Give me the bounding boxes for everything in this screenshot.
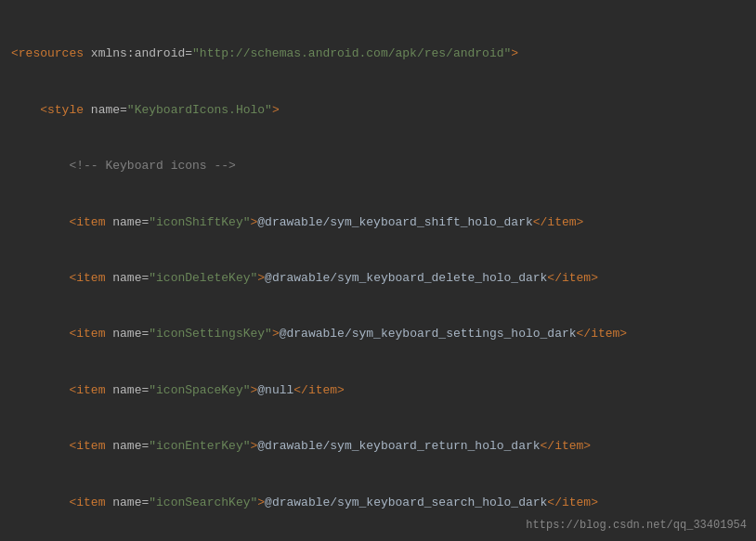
- line-8: <item name="iconEnterKey">@drawable/sym_…: [11, 437, 745, 456]
- line-6: <item name="iconSettingsKey">@drawable/s…: [11, 325, 745, 343]
- line-2: <style name="KeyboardIcons.Holo">: [11, 101, 745, 120]
- code-view: <resources xmlns:android="http://schemas…: [0, 0, 756, 541]
- line-7: <item name="iconSpaceKey">@null</item>: [11, 381, 745, 400]
- watermark: https://blog.csdn.net/qq_33401954: [526, 519, 747, 532]
- line-1: <resources xmlns:android="http://schemas…: [11, 45, 745, 63]
- line-4: <item name="iconShiftKey">@drawable/sym_…: [11, 213, 745, 232]
- line-3: <!-- Keyboard icons -->: [11, 157, 745, 175]
- line-5: <item name="iconDeleteKey">@drawable/sym…: [11, 269, 745, 288]
- line-9: <item name="iconSearchKey">@drawable/sym…: [11, 494, 745, 512]
